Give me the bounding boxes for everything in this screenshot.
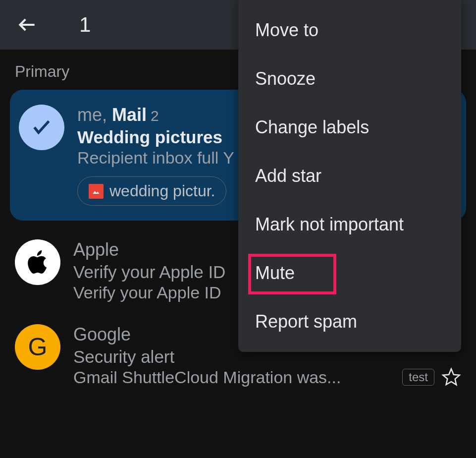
menu-snooze[interactable]: Snooze (238, 55, 461, 103)
menu-mute-label: Mute (255, 263, 295, 283)
sender-avatar-google[interactable]: G (15, 324, 60, 370)
selected-avatar[interactable] (19, 105, 64, 150)
attachment-chip[interactable]: wedding pictur. (77, 176, 226, 206)
menu-mute[interactable]: Mute (238, 249, 461, 297)
image-icon (89, 184, 104, 199)
selection-count: 1 (79, 13, 91, 37)
thread-count: 2 (151, 108, 159, 124)
sender-prefix: me, (77, 105, 112, 125)
sender-bold: Mail (112, 105, 147, 125)
arrow-left-icon (16, 14, 38, 36)
menu-move-to[interactable]: Move to (238, 6, 461, 55)
menu-mark-not-important[interactable]: Mark not important (238, 200, 461, 249)
checkmark-icon (29, 115, 54, 140)
avatar-letter: G (28, 333, 48, 361)
menu-report-spam[interactable]: Report spam (238, 297, 461, 346)
apple-icon (24, 248, 52, 276)
attachment-name: wedding pictur. (109, 182, 215, 200)
label-chip[interactable]: test (402, 369, 434, 386)
sender-avatar-apple[interactable] (15, 239, 60, 285)
email-preview: Gmail ShuttleCloud Migration was... (73, 368, 389, 387)
menu-add-star[interactable]: Add star (238, 152, 461, 200)
back-button[interactable] (15, 12, 40, 37)
menu-change-labels[interactable]: Change labels (238, 103, 461, 152)
star-icon[interactable] (441, 367, 461, 387)
context-menu: Move to Snooze Change labels Add star Ma… (238, 0, 461, 352)
